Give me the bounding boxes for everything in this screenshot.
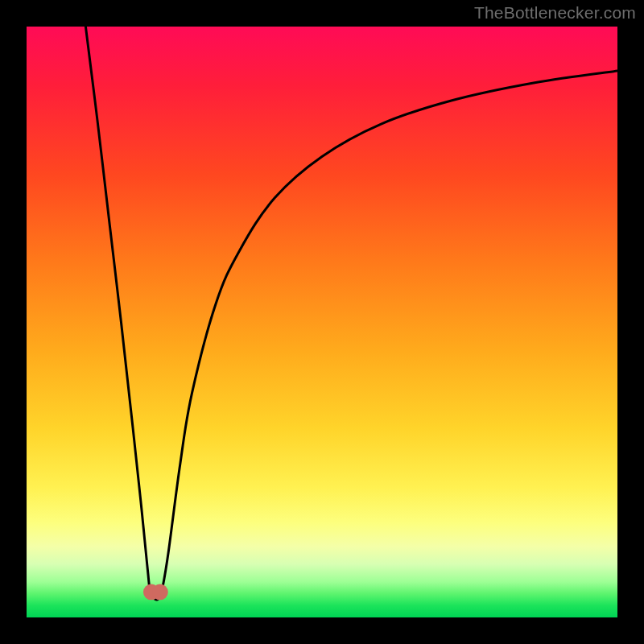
plot-area: [27, 27, 617, 617]
trough-marker-right: [152, 584, 168, 601]
outer-frame: TheBottlenecker.com: [0, 0, 644, 644]
curve-layer: [27, 27, 617, 617]
marker-group: [143, 584, 168, 601]
series-group: [85, 27, 617, 600]
bottleneck-curve: [85, 27, 617, 600]
watermark-text: TheBottlenecker.com: [474, 3, 636, 23]
